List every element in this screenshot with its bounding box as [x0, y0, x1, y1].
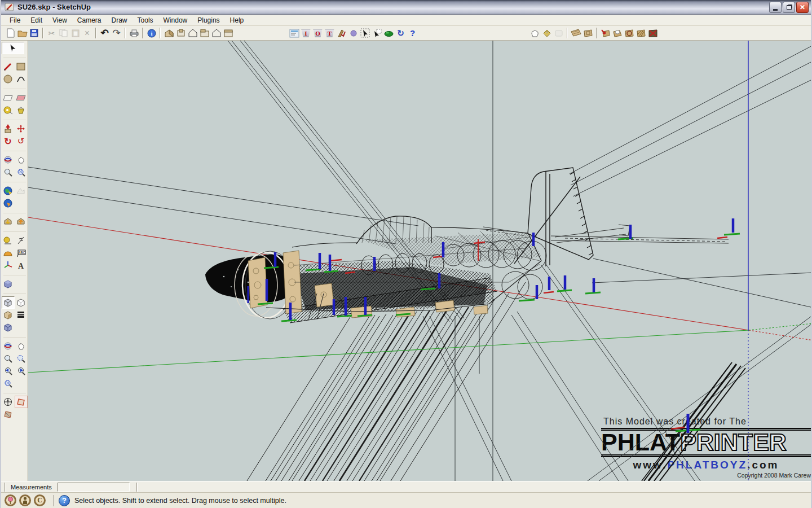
credit-status-icon[interactable] — [19, 494, 31, 506]
orbit-tool[interactable] — [2, 154, 15, 166]
ghost-tool-button[interactable] — [553, 27, 564, 39]
get-current-view-tool[interactable] — [2, 185, 15, 197]
phlat-outside-cut-button[interactable]: O — [312, 27, 324, 39]
menu-file[interactable]: File — [5, 15, 25, 25]
push-tool-button[interactable] — [529, 27, 541, 39]
phlat-help-button[interactable]: ? — [407, 27, 418, 39]
phlat-select-add-button[interactable] — [359, 27, 371, 39]
restore-button[interactable] — [783, 2, 795, 13]
cut-button[interactable]: ✂ — [46, 27, 58, 39]
position-camera-tool[interactable] — [2, 396, 15, 408]
shaded-style-button[interactable] — [2, 309, 15, 321]
paste-button[interactable] — [69, 27, 81, 39]
tape-measure-tool[interactable] — [2, 104, 15, 116]
toggle-terrain-tool[interactable] — [15, 185, 28, 197]
minimize-button[interactable] — [769, 2, 782, 13]
model-info-button[interactable]: i — [145, 27, 157, 39]
copyright-status-icon[interactable]: C — [34, 494, 46, 506]
iso-view-button[interactable] — [163, 27, 175, 39]
part-circle-button[interactable] — [623, 27, 635, 39]
line-tool[interactable] — [2, 60, 15, 73]
menu-tools[interactable]: Tools — [133, 15, 158, 25]
measurements-input[interactable] — [58, 483, 130, 492]
section-cube-tool[interactable] — [2, 278, 15, 290]
text-tool[interactable]: ABC — [15, 247, 28, 259]
axes-tool[interactable] — [2, 259, 15, 271]
get-models-tool[interactable] — [2, 216, 15, 228]
save-button[interactable] — [28, 27, 40, 39]
paint-bucket-tool[interactable] — [15, 104, 28, 116]
menu-plugins[interactable]: Plugins — [192, 15, 224, 25]
pan-tool-2[interactable] — [15, 340, 28, 352]
geolocation-status-icon[interactable] — [5, 494, 16, 506]
menu-edit[interactable]: Edit — [25, 15, 47, 25]
eraser-tool[interactable] — [2, 91, 15, 104]
pan-tool[interactable] — [15, 154, 28, 166]
wireframe-style-button[interactable] — [15, 296, 28, 309]
monochrome-style-button[interactable] — [2, 321, 15, 334]
new-button[interactable] — [5, 27, 16, 39]
rectangle-tool[interactable] — [15, 60, 28, 73]
back-view-button[interactable] — [210, 27, 222, 39]
undo-button[interactable]: ↶ — [99, 27, 111, 39]
section-plane-tool[interactable] — [15, 396, 28, 408]
front-view-button[interactable] — [187, 27, 198, 39]
menu-draw[interactable]: Draw — [107, 15, 133, 25]
phlat-fold-button[interactable] — [383, 27, 395, 39]
phlat-select-button[interactable] — [371, 27, 383, 39]
rotate-tool[interactable]: ↻ — [2, 135, 15, 147]
phlat-mark-button[interactable] — [336, 27, 347, 39]
phlat-settings-button[interactable] — [288, 27, 300, 39]
part-delete-button[interactable] — [647, 27, 659, 39]
menu-window[interactable]: Window — [158, 15, 193, 25]
menu-camera[interactable]: Camera — [72, 15, 107, 25]
zoom-extents-tool-2[interactable] — [2, 377, 15, 389]
xray-style-button[interactable] — [2, 296, 15, 309]
airplane-model[interactable] — [205, 168, 740, 433]
circle-tool[interactable] — [2, 73, 15, 85]
freehand-dim-tool[interactable] — [15, 234, 28, 247]
part-create-button[interactable] — [611, 27, 623, 39]
part-hatch-button[interactable] — [635, 27, 647, 39]
next-view-tool[interactable] — [15, 365, 28, 377]
part-import-button[interactable] — [599, 27, 611, 39]
zoom-extents-tool[interactable] — [15, 166, 28, 178]
copy-button[interactable] — [58, 27, 69, 39]
phlat-sphere-button[interactable] — [347, 27, 359, 39]
section-fill-tool[interactable] — [2, 408, 15, 421]
previous-view-tool[interactable] — [2, 365, 15, 377]
open-button[interactable] — [16, 27, 28, 39]
menu-view[interactable]: View — [47, 15, 72, 25]
redo-button[interactable]: ↷ — [111, 27, 122, 39]
share-model-tool[interactable] — [15, 216, 28, 228]
right-view-button[interactable] — [198, 27, 210, 39]
zoom-tool-2[interactable] — [2, 352, 15, 365]
zoom-window-tool[interactable] — [15, 352, 28, 365]
phlat-tabs-button[interactable]: T — [324, 27, 336, 39]
select-tool[interactable] — [2, 42, 24, 54]
erase-button[interactable]: × — [81, 27, 93, 39]
sheet-preview-button[interactable] — [582, 27, 594, 39]
3d-text-tool[interactable]: A — [15, 259, 28, 271]
phlat-arc-button[interactable]: ↻ — [395, 27, 407, 39]
protractor-tool[interactable] — [2, 247, 15, 259]
sheet-layout-button[interactable] — [570, 27, 582, 39]
print-button[interactable] — [128, 27, 140, 39]
textured-style-button[interactable] — [15, 309, 28, 321]
top-view-button[interactable] — [175, 27, 187, 39]
soft-eraser-tool[interactable] — [15, 91, 28, 104]
dimension-tool[interactable] — [2, 234, 15, 247]
left-view-button[interactable] — [222, 27, 234, 39]
phlat-inside-cut-button[interactable]: I — [300, 27, 312, 39]
arc-tool[interactable] — [15, 73, 28, 85]
place-model-tool[interactable] — [2, 197, 15, 209]
push-pull-tool[interactable] — [2, 122, 15, 135]
model-canvas[interactable]: This Model was created for The PHLATPRIN… — [28, 41, 811, 481]
help-status-icon[interactable]: ? — [59, 495, 70, 506]
tag-tool-button[interactable] — [541, 27, 553, 39]
zoom-tool[interactable] — [2, 166, 15, 178]
move-tool[interactable] — [15, 122, 28, 135]
menu-help[interactable]: Help — [225, 15, 249, 25]
orbit-tool-2[interactable] — [2, 340, 15, 352]
follow-me-tool[interactable]: ↺ — [15, 135, 28, 147]
